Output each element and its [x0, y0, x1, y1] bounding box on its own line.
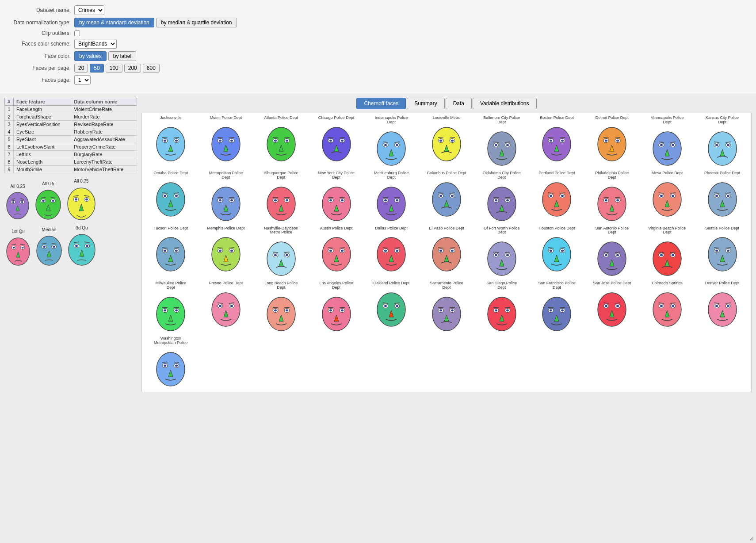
- norm-btn-median[interactable]: by median & quartile deviation: [156, 18, 237, 27]
- th-feature: Face feature: [14, 98, 71, 106]
- fpp-200[interactable]: 200: [124, 64, 141, 73]
- svg-line-253: [328, 248, 333, 248]
- city-name: San Antonio Police Dept: [592, 226, 632, 235]
- face-cell[interactable]: San Diego Police Dept: [474, 280, 529, 335]
- face-cell[interactable]: San Antonio Police Dept: [585, 226, 639, 280]
- face-svg: [484, 291, 519, 334]
- face-cell[interactable]: Los Angeles Police Dept: [309, 280, 363, 335]
- face-cell[interactable]: Indianapolis Police Dept: [364, 115, 419, 169]
- face-cell[interactable]: Milwaukee Police Dept: [144, 280, 198, 335]
- face-cell[interactable]: Oakland Police Dept: [364, 280, 419, 335]
- svg-line-102: [505, 142, 510, 142]
- face-cell[interactable]: Virginia Beach Police Dept: [640, 226, 695, 280]
- face-cell[interactable]: Portland Police Dept: [530, 170, 584, 225]
- svg-line-262: [394, 248, 400, 248]
- face-cell[interactable]: Metropolitan Police Dept: [199, 170, 253, 225]
- face-cell[interactable]: Of Fort Worth Police Dept: [474, 226, 529, 280]
- face-cell[interactable]: Phoenix Police Dept: [695, 170, 749, 225]
- face-svg: [649, 236, 685, 279]
- face-cell[interactable]: Minneapolis Police Dept: [640, 115, 695, 169]
- svg-point-372: [561, 310, 564, 312]
- svg-point-52: [175, 139, 178, 141]
- face-cell[interactable]: Chicago Police Dept: [309, 115, 363, 169]
- svg-point-403: [164, 364, 166, 367]
- face-cell[interactable]: Kansas City Police Dept: [695, 115, 749, 169]
- face-cell[interactable]: Houston Police Dept: [530, 226, 584, 280]
- face-cell[interactable]: Baltimore City Police Dept: [474, 115, 529, 169]
- norm-btn-mean[interactable]: by mean & standard deviation: [74, 18, 154, 27]
- tab-chernoff[interactable]: Chernoff faces: [356, 98, 406, 109]
- svg-point-144: [212, 187, 240, 221]
- face-color-label: Face color:: [9, 53, 71, 59]
- svg-point-315: [164, 310, 166, 312]
- clip-checkbox[interactable]: [74, 31, 80, 36]
- face-cell[interactable]: Boston Police Dept: [530, 115, 584, 169]
- svg-point-44: [86, 245, 88, 247]
- face-cell[interactable]: Sacramento Police Dept: [420, 280, 474, 335]
- svg-point-300: [672, 254, 674, 256]
- svg-point-112: [598, 127, 626, 161]
- svg-point-224: [157, 237, 185, 271]
- tabs: Chernoff faces Summary Data Variable dis…: [141, 98, 752, 109]
- face-cell[interactable]: Long Beach Police Dept: [254, 280, 308, 335]
- faces-page-select[interactable]: 1: [74, 75, 91, 85]
- face-cell[interactable]: New York City Police Dept: [309, 170, 363, 225]
- svg-line-310: [725, 248, 731, 248]
- face-color-values[interactable]: by values: [74, 51, 107, 61]
- face-cell[interactable]: Jacksonville: [144, 115, 198, 169]
- face-svg: [319, 181, 354, 224]
- face-cell[interactable]: Philadelphia Police Dept: [585, 170, 639, 225]
- face-cell[interactable]: Oklahoma City Police Dept: [474, 170, 529, 225]
- city-name: Long Beach Police Dept: [261, 281, 301, 290]
- face-cell[interactable]: Mecklenburg Police Dept: [364, 170, 419, 225]
- face-cell[interactable]: Tucson Police Dept: [144, 226, 198, 280]
- face-color-label-btn[interactable]: by label: [108, 51, 136, 61]
- face-cell[interactable]: Fresno Police Dept: [199, 280, 253, 335]
- svg-point-180: [451, 195, 454, 197]
- fpp-50[interactable]: 50: [90, 64, 103, 73]
- svg-point-396: [727, 305, 729, 307]
- tab-data[interactable]: Data: [446, 98, 472, 109]
- face-cell[interactable]: Louisville Metro: [420, 115, 474, 169]
- fpp-100[interactable]: 100: [106, 64, 122, 73]
- svg-line-70: [284, 138, 290, 138]
- face-cell[interactable]: Omaha Police Dept: [144, 170, 198, 225]
- face-cell[interactable]: Mesa Police Dept: [640, 170, 695, 225]
- face-cell[interactable]: Memphis Police Dept: [199, 226, 253, 280]
- face-cell[interactable]: Columbus Police Dept: [420, 170, 474, 225]
- svg-point-368: [542, 297, 571, 331]
- face-cell[interactable]: San Francisco Police Dept: [530, 280, 584, 335]
- face-svg: [374, 287, 409, 329]
- tab-summary[interactable]: Summary: [407, 98, 444, 109]
- face-cell[interactable]: Washington Metropolitan Police: [144, 336, 198, 390]
- fpp-20[interactable]: 20: [74, 64, 88, 73]
- svg-point-104: [542, 127, 571, 161]
- tab-vardist[interactable]: Variable distributions: [473, 98, 537, 109]
- face-cell[interactable]: Seattle Police Dept: [695, 226, 749, 280]
- svg-point-179: [439, 195, 442, 197]
- color-scheme-select[interactable]: BrightBands: [74, 39, 117, 49]
- city-name: Virginia Beach Police Dept: [647, 226, 687, 235]
- svg-line-149: [218, 197, 223, 198]
- face-cell[interactable]: Nashville-Davidson Metro Police: [254, 226, 308, 280]
- svg-point-88: [432, 127, 461, 161]
- svg-point-240: [267, 242, 295, 275]
- city-name: San Francisco Police Dept: [537, 281, 577, 290]
- face-cell[interactable]: Miami Police Dept: [199, 115, 253, 169]
- face-cell[interactable]: Dallas Police Dept: [364, 226, 419, 280]
- svg-point-236: [230, 250, 233, 252]
- face-cell[interactable]: San Jose Police Dept: [585, 280, 639, 335]
- city-name: Chicago Police Dept: [318, 116, 355, 120]
- face-cell[interactable]: Denver Police Dept: [695, 280, 749, 335]
- face-cell[interactable]: El Paso Police Dept: [420, 226, 474, 280]
- city-name: San Diego Police Dept: [482, 281, 522, 290]
- dataset-select[interactable]: Crimes: [74, 5, 104, 15]
- svg-point-324: [230, 305, 233, 307]
- face-cell[interactable]: Albuquerque Police Dept: [254, 170, 308, 225]
- face-cell[interactable]: Detroit Police Dept: [585, 115, 639, 169]
- face-cell[interactable]: Atlanta Police Dept: [254, 115, 308, 169]
- fpp-600[interactable]: 600: [143, 64, 160, 73]
- face-cell[interactable]: Austin Police Dept: [309, 226, 363, 280]
- face-cell[interactable]: Colorado Springs: [640, 280, 695, 335]
- city-name: Omaha Police Dept: [153, 171, 188, 176]
